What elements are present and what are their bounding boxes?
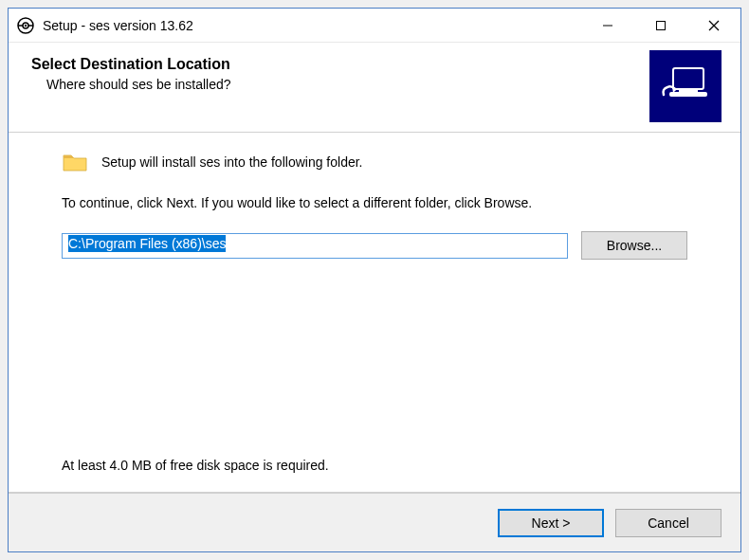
svg-rect-8 <box>679 89 698 92</box>
close-button[interactable] <box>687 9 740 42</box>
continue-message: To continue, click Next. If you would li… <box>62 195 687 210</box>
installer-icon <box>649 50 722 122</box>
disk-space-message: At least 4.0 MB of free disk space is re… <box>9 458 740 492</box>
path-row: C:\Program Files (x86)\ses Browse... <box>62 231 687 260</box>
svg-point-2 <box>25 24 27 26</box>
install-path-value: C:\Program Files (x86)\ses <box>68 235 226 252</box>
svg-rect-4 <box>657 21 666 29</box>
content-area: Setup will install ses into the followin… <box>9 133 740 458</box>
setup-window: Setup - ses version 13.62 Select Destina… <box>8 8 741 552</box>
window-controls <box>581 9 740 42</box>
svg-rect-9 <box>669 92 707 97</box>
window-title: Setup - ses version 13.62 <box>43 18 581 33</box>
titlebar: Setup - ses version 13.62 <box>9 9 740 43</box>
page-subtitle: Where should ses be installed? <box>46 77 649 92</box>
minimize-button[interactable] <box>581 9 634 42</box>
footer: Next > Cancel <box>9 493 740 551</box>
install-path-input[interactable]: C:\Program Files (x86)\ses <box>62 233 568 259</box>
cancel-button[interactable]: Cancel <box>615 509 722 537</box>
folder-icon <box>62 152 88 172</box>
next-button[interactable]: Next > <box>498 509 604 537</box>
browse-button[interactable]: Browse... <box>581 231 687 260</box>
maximize-button[interactable] <box>634 9 687 42</box>
app-icon <box>16 16 35 35</box>
page-title: Select Destination Location <box>31 56 649 73</box>
folder-message: Setup will install ses into the followin… <box>101 154 362 170</box>
header-text: Select Destination Location Where should… <box>31 56 649 92</box>
wizard-header: Select Destination Location Where should… <box>9 43 740 132</box>
svg-rect-7 <box>673 68 703 89</box>
folder-message-row: Setup will install ses into the followin… <box>62 152 687 172</box>
